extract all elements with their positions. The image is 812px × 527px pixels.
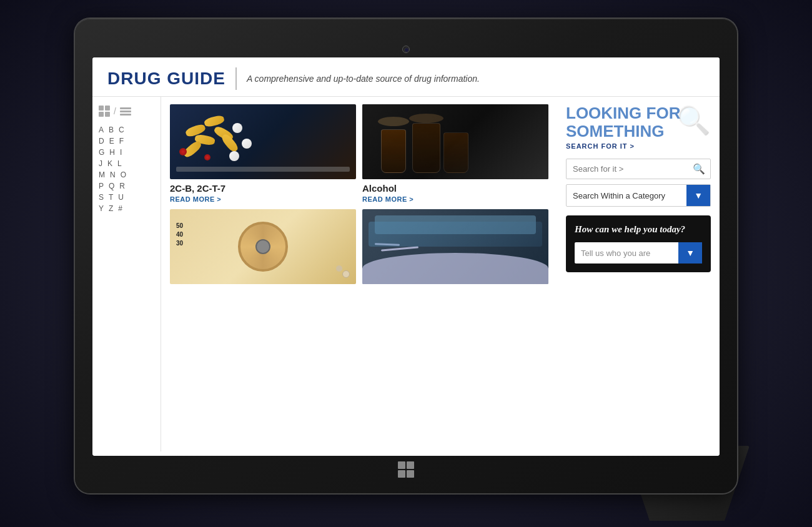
alpha-link-hash[interactable]: # xyxy=(118,204,122,213)
drug-name-alcohol: Alcohol xyxy=(362,183,548,194)
drug-card-img-pills xyxy=(170,104,356,179)
site-main: / A B C D xyxy=(92,97,720,451)
alpha-row-pqr: P Q R xyxy=(99,182,154,190)
scene: DRUG GUIDE A comprehensive and up-to-dat… xyxy=(0,0,812,527)
alpha-link-e[interactable]: E xyxy=(109,137,114,145)
alpha-link-o[interactable]: O xyxy=(121,170,126,179)
drug-card-img-tape: 504030 xyxy=(170,209,356,284)
glass-1 xyxy=(381,129,406,173)
tablet-screen: DRUG GUIDE A comprehensive and up-to-dat… xyxy=(92,57,720,456)
alpha-link-u[interactable]: U xyxy=(118,193,124,202)
drug-card-alcohol: Alcohol READ MORE > xyxy=(362,104,548,203)
alpha-link-f[interactable]: F xyxy=(119,137,124,145)
alpha-link-z[interactable]: Z xyxy=(109,204,113,213)
drug-card-2cb: 2C-B, 2C-T-7 READ MORE > xyxy=(170,104,356,203)
site-header: DRUG GUIDE A comprehensive and up-to-dat… xyxy=(92,57,720,97)
alpha-row-ghi: G H I xyxy=(99,148,154,157)
category-label: Search Within a Category xyxy=(567,185,686,206)
alpha-link-m[interactable]: M xyxy=(99,170,105,179)
drug-card-tape: 504030 xyxy=(170,209,356,284)
content-area: 2C-B, 2C-T-7 READ MORE > xyxy=(161,97,557,451)
magnify-icon: 🔍 xyxy=(676,104,711,137)
alpha-link-q[interactable]: Q xyxy=(109,182,114,190)
drug-grid: 2C-B, 2C-T-7 READ MORE > xyxy=(170,104,548,284)
glass-2 xyxy=(412,123,440,173)
list-view-icon[interactable] xyxy=(120,107,131,116)
alpha-row-jkl: J K L xyxy=(99,159,154,168)
tape-roll xyxy=(238,222,288,272)
drug-card-img-alcohol xyxy=(362,104,548,179)
powder-pile xyxy=(362,253,548,284)
alpha-link-s[interactable]: S xyxy=(99,193,104,202)
alpha-link-g[interactable]: G xyxy=(99,148,104,157)
alpha-row-mno: M N O xyxy=(99,170,154,179)
site-subtitle: A comprehensive and up-to-date source of… xyxy=(247,74,480,84)
sidebar: / A B C D xyxy=(92,97,161,451)
search-for-it-link[interactable]: SEARCH FOR IT > xyxy=(566,142,711,150)
alpha-row-def: D E F xyxy=(99,137,154,145)
search-input[interactable] xyxy=(567,159,688,179)
drug-card-img-powder xyxy=(362,209,548,284)
right-panel: 🔍 LOOKING FOR SOMETHING SEARCH FOR IT > … xyxy=(557,97,720,451)
alpha-link-b[interactable]: B xyxy=(109,126,114,134)
alpha-link-t[interactable]: T xyxy=(109,193,113,202)
alpha-link-a[interactable]: A xyxy=(99,126,104,134)
tablet-body: DRUG GUIDE A comprehensive and up-to-dat… xyxy=(75,19,737,493)
alpha-link-l[interactable]: L xyxy=(117,159,122,168)
alpha-link-k[interactable]: K xyxy=(107,159,112,168)
tape-numbers: 504030 xyxy=(176,222,183,248)
drug-name-2cb: 2C-B, 2C-T-7 xyxy=(170,183,356,194)
grid-view-icon[interactable] xyxy=(99,106,110,117)
help-box: How can we help you today? Tell us who y… xyxy=(566,215,711,272)
alpha-row-abc: A B C xyxy=(99,126,154,134)
category-dropdown-button[interactable]: ▼ xyxy=(686,185,710,206)
alpha-link-h[interactable]: H xyxy=(109,148,115,157)
site-title: DRUG GUIDE xyxy=(107,69,225,89)
alpha-link-n[interactable]: N xyxy=(110,170,116,179)
alpha-row-stu: S T U xyxy=(99,193,154,202)
search-button[interactable]: 🔍 xyxy=(688,159,710,179)
alpha-navigation: A B C D E F G H xyxy=(99,126,154,213)
header-divider xyxy=(235,67,237,90)
read-more-2cb[interactable]: READ MORE > xyxy=(170,195,356,203)
alpha-link-i[interactable]: I xyxy=(120,148,122,157)
website: DRUG GUIDE A comprehensive and up-to-dat… xyxy=(92,57,720,456)
toggle-separator: / xyxy=(114,106,116,116)
view-toggle: / xyxy=(99,106,154,117)
drug-card-powder xyxy=(362,209,548,284)
tablet-camera xyxy=(402,46,410,53)
search-box-row: 🔍 xyxy=(566,159,711,179)
alpha-link-j[interactable]: J xyxy=(99,159,102,168)
alpha-row-yz: Y Z # xyxy=(99,204,154,213)
alpha-link-p[interactable]: P xyxy=(99,182,104,190)
who-dropdown: Tell us who you are ▼ xyxy=(575,242,702,264)
alpha-link-y[interactable]: Y xyxy=(99,204,104,213)
alpha-link-r[interactable]: R xyxy=(119,182,125,190)
windows-button[interactable] xyxy=(396,460,416,480)
alpha-link-c[interactable]: C xyxy=(119,126,124,134)
alpha-link-d[interactable]: D xyxy=(99,137,104,145)
read-more-alcohol[interactable]: READ MORE > xyxy=(362,195,548,203)
glass-3 xyxy=(443,132,468,173)
who-dropdown-button[interactable]: ▼ xyxy=(678,242,702,264)
help-title: How can we help you today? xyxy=(575,224,702,235)
category-dropdown: Search Within a Category ▼ xyxy=(566,184,711,207)
tape-hole xyxy=(255,239,270,254)
who-label: Tell us who you are xyxy=(575,243,678,264)
looking-section: 🔍 LOOKING FOR SOMETHING SEARCH FOR IT > xyxy=(566,104,711,150)
